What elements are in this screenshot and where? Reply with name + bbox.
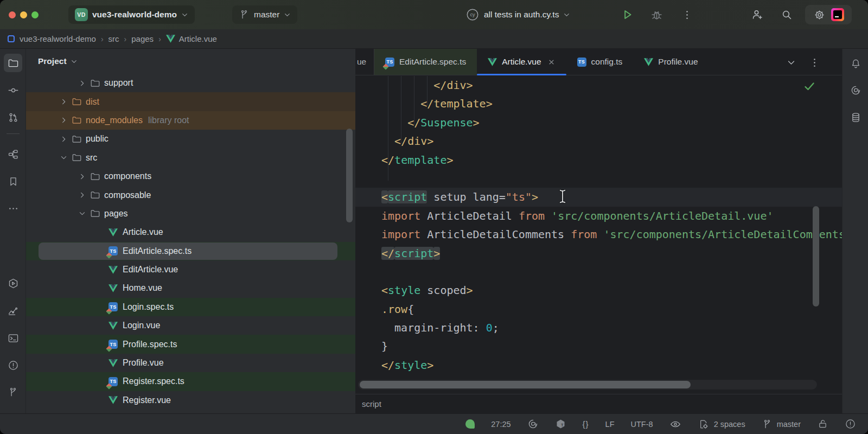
chevron-right-icon[interactable] [76,79,88,87]
editor-breadcrumb[interactable]: script [355,394,842,413]
code-line[interactable]: <style scoped> [355,281,842,299]
debug-button[interactable] [649,7,664,22]
tree-item-editarticle-vue[interactable]: EditArticle.vue [26,260,355,279]
project-widget[interactable]: VD vue3-realworld-demo [68,5,195,24]
tree-item-components[interactable]: components [26,167,355,186]
hidden-tabs-button[interactable] [784,55,798,69]
code-line[interactable]: import ArticleDetailComments from 'src/c… [355,225,842,244]
editor-tab-config-ts[interactable]: TSconfig.ts [566,49,634,75]
inspections-widget[interactable] [845,418,856,430]
code-line[interactable]: </template> [355,151,842,169]
chevron-right-icon[interactable] [76,191,88,199]
tree-item-support[interactable]: support [26,74,355,92]
reader-mode[interactable] [669,418,681,430]
tree-item-login-spec-ts[interactable]: TSLogin.spec.ts [26,298,355,316]
code-style-status[interactable]: {} [583,419,589,429]
tree-item-profile-vue[interactable]: Profile.vue [26,354,355,372]
code-line[interactable] [355,169,842,188]
problems-tool-button[interactable] [4,356,22,374]
editor-tab-ue[interactable]: ue [355,49,374,75]
terminal-tool-button[interactable] [4,329,22,347]
chevron-right-icon[interactable] [58,116,69,124]
code-line[interactable]: margin-right: 0; [355,318,842,337]
tree-item-public[interactable]: public [26,130,355,148]
code-line[interactable]: </div> [355,132,842,150]
breadcrumb-item-src[interactable]: src [108,34,119,43]
tree-item-src[interactable]: src [26,149,355,167]
code-line[interactable]: </script> [355,244,842,263]
tree-item-dist[interactable]: dist [26,92,355,111]
search-everywhere-button[interactable] [779,7,794,22]
tree-item-register-vue[interactable]: Register.vue [26,391,355,410]
git-branch-widget[interactable]: master [762,419,801,430]
project-tool-button[interactable] [4,54,22,72]
chevron-right-icon[interactable] [58,98,69,106]
tree-item-home-vue[interactable]: Home.vue [26,279,355,297]
caret-position[interactable]: 27:25 [491,420,510,429]
code-line[interactable]: <script setup lang="ts"> [355,188,842,206]
code-line[interactable] [355,263,842,281]
version-control-tool-button[interactable] [4,383,22,401]
run-configuration-widget[interactable]: cy all tests in auth.cy.ts [465,5,570,24]
ai-assistant-tool-button[interactable] [846,81,865,99]
code-line[interactable]: .row{ [355,300,842,318]
project-tree-scrollbar[interactable] [346,129,353,222]
services-tool-button[interactable] [4,274,22,292]
inspections-ok-icon[interactable] [803,80,816,95]
bookmarks-tool-button[interactable] [4,172,22,190]
chevron-down-icon[interactable] [76,209,88,218]
close-window-button[interactable] [9,11,16,18]
more-actions-button[interactable] [679,7,694,22]
code-line[interactable]: </style> [355,356,842,374]
structure-tool-button[interactable] [4,145,22,163]
notifications-tool-button[interactable] [846,54,865,73]
branch-widget[interactable]: master [232,5,297,24]
editor-vertical-scrollbar[interactable] [813,206,819,307]
code-line[interactable]: </template> [355,94,842,113]
code-line[interactable]: } [355,337,842,355]
editor-tab-editarticle-spec-ts[interactable]: TSEditArticle.spec.ts [374,49,477,75]
ai-assistant-status[interactable] [527,418,539,430]
commit-tool-button[interactable] [4,81,22,99]
chevron-right-icon[interactable] [58,135,69,143]
settings-gear-button[interactable] [813,9,826,21]
breadcrumb-item-article-vue[interactable]: Article.vue [166,34,217,43]
more-tools-button[interactable] [4,199,22,218]
tree-item-register-spec-ts[interactable]: TSRegister.spec.ts [26,372,355,391]
tree-item-login-vue[interactable]: Login.vue [26,316,355,335]
breadcrumb-item-vue3-realworld-demo[interactable]: vue3-realworld-demo [20,34,96,43]
file-encoding[interactable]: UTF-8 [631,420,653,429]
scrollbar-thumb[interactable] [360,381,691,388]
breadcrumb-item-pages[interactable]: pages [131,34,154,43]
editor-tab-profile-vue[interactable]: Profile.vue [633,49,709,75]
run-button[interactable] [620,7,635,22]
tree-item-composable[interactable]: composable [26,186,355,204]
analysis-status[interactable] [465,419,475,429]
code-line[interactable]: import ArticleDetail from 'src/component… [355,207,842,225]
tree-item-node-modules[interactable]: node_moduleslibrary root [26,111,355,130]
endpoints-tool-button[interactable] [4,302,22,320]
maximize-window-button[interactable] [31,11,39,18]
code-line[interactable]: </Suspense> [355,113,842,132]
lock-status[interactable] [817,418,828,430]
chevron-down-icon[interactable] [58,154,69,162]
tab-options-button[interactable] [807,55,821,69]
editor-tab-article-vue[interactable]: Article.vue [477,49,566,75]
code-line[interactable]: </div> [355,76,842,94]
tree-item-pages[interactable]: pages [26,205,355,223]
editor-horizontal-scrollbar[interactable] [358,380,817,390]
tree-item-profile-spec-ts[interactable]: TSProfile.spec.ts [26,335,355,353]
code-editor[interactable]: </div> </template> </Suspense> </div></t… [355,76,842,394]
chevron-right-icon[interactable] [76,173,88,181]
pull-requests-tool-button[interactable] [4,108,22,126]
code-with-me-button[interactable] [750,7,765,22]
project-panel-header[interactable]: Project [26,49,355,74]
interpreter-status[interactable]: T [555,418,566,430]
close-tab-icon[interactable] [547,58,556,66]
indent-setting[interactable]: 2 spaces [698,418,745,430]
tree-item-article-vue[interactable]: Article.vue [26,223,355,241]
tree-item-editarticle-spec-ts[interactable]: TSEditArticle.spec.ts [26,242,355,260]
database-tool-button[interactable] [846,108,865,126]
minimize-window-button[interactable] [20,11,27,18]
line-separator[interactable]: LF [605,420,615,429]
